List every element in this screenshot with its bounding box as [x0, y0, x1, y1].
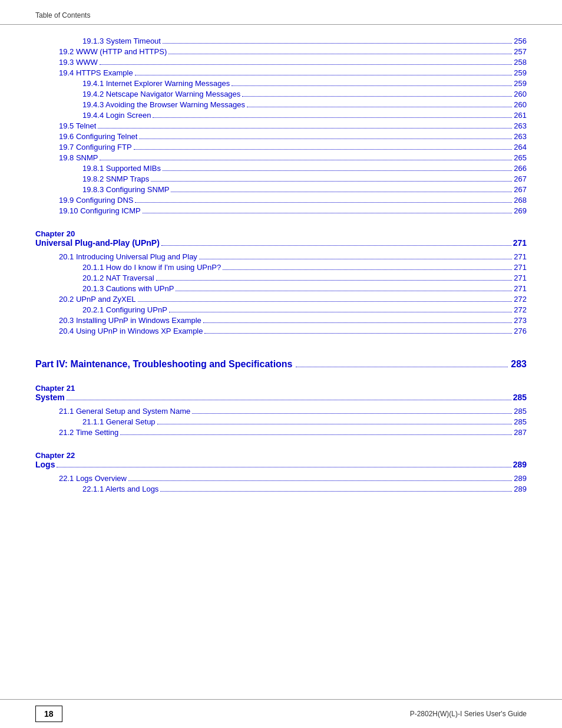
toc-entry-dots — [163, 43, 512, 44]
toc-entry: 20.1.3 Cautions with UPnP271 — [35, 284, 527, 293]
toc-entry-dots — [100, 64, 513, 65]
toc-entry-label: 21.2 Time Setting — [59, 428, 118, 437]
toc-entry: 21.1.1 General Setup285 — [35, 417, 527, 426]
toc-entry: 20.1.1 How do I know if I'm using UPnP?2… — [35, 263, 527, 272]
toc-entry-label: 21.1.1 General Setup — [82, 417, 156, 426]
toc-entry-dots — [176, 291, 512, 291]
toc-entry-label: 19.3 WWW — [59, 58, 98, 67]
page-wrapper: Table of Contents 19.1.3 System Timeout2… — [0, 0, 562, 728]
chapter22-title-entry: Logs 289 — [35, 460, 527, 469]
toc-entry: 19.1.3 System Timeout256 — [35, 37, 527, 45]
toc-entry: 19.4.3 Avoiding the Browser Warning Mess… — [35, 100, 527, 109]
toc-entry-dots — [143, 213, 513, 213]
toc-entry: 19.4 HTTPS Example259 — [35, 68, 527, 77]
toc-entry: 19.9 Configuring DNS268 — [35, 196, 527, 205]
part4-page: 283 — [511, 359, 527, 370]
toc-entry-page: 258 — [514, 58, 527, 67]
toc-entry-label: 19.8 SNMP — [59, 153, 98, 162]
toc-entry-dots — [171, 192, 512, 192]
toc-entry: 19.10 Configuring ICMP269 — [35, 206, 527, 215]
toc-entry-page: 271 — [514, 284, 527, 293]
toc-entry-page: 289 — [514, 474, 527, 483]
chapter21-title-entry: System 285 — [35, 393, 527, 402]
part4-title-entry: Part IV: Maintenance, Troubleshooting an… — [35, 359, 527, 370]
footer-title: P-2802H(W)(L)-I Series User's Guide — [62, 710, 527, 718]
toc-entry: 20.4 Using UPnP in Windows XP Example276 — [35, 327, 527, 335]
toc-entry-page: 259 — [514, 79, 527, 88]
chapter21-entries: 21.1 General Setup and System Name28521.… — [35, 407, 527, 437]
toc-entry: 19.3 WWW258 — [35, 58, 527, 67]
toc-entry: 20.2.1 Configuring UPnP272 — [35, 305, 527, 314]
toc-entry-label: 20.1.1 How do I know if I'm using UPnP? — [82, 263, 221, 272]
toc-entry-page: 273 — [514, 316, 527, 325]
toc-entry-dots — [223, 269, 512, 270]
toc-entry-page: 257 — [514, 47, 527, 56]
toc-entry-page: 285 — [514, 407, 527, 416]
toc-entry: 21.1 General Setup and System Name285 — [35, 407, 527, 416]
toc-entry-page: 269 — [514, 206, 527, 215]
footer-page-number: 18 — [35, 706, 62, 722]
toc-entry-page: 259 — [514, 68, 527, 77]
toc-entry-page: 287 — [514, 428, 527, 437]
toc-entry-dots — [128, 480, 512, 481]
toc-entry-label: 19.4.3 Avoiding the Browser Warning Mess… — [82, 100, 245, 109]
toc-entry-label: 19.6 Configuring Telnet — [59, 132, 137, 141]
chapter21-page: 285 — [513, 393, 527, 402]
toc-entry-label: 20.1.3 Cautions with UPnP — [82, 284, 174, 293]
chapter19-entries: 19.1.3 System Timeout25619.2 WWW (HTTP a… — [35, 37, 527, 215]
chapter20-entries: 20.1 Introducing Universal Plug and Play… — [35, 252, 527, 335]
toc-entry: 20.2 UPnP and ZyXEL272 — [35, 295, 527, 304]
toc-entry-page: 267 — [514, 174, 527, 183]
toc-entry-dots — [151, 181, 512, 182]
toc-entry-page: 261 — [514, 111, 527, 120]
toc-entry-label: 20.1 Introducing Universal Plug and Play — [59, 252, 197, 261]
toc-entry: 19.4.4 Login Screen261 — [35, 111, 527, 120]
header-text: Table of Contents — [35, 11, 90, 19]
toc-entry: 20.3 Installing UPnP in Windows Example2… — [35, 316, 527, 325]
toc-entry-label: 22.1 Logs Overview — [59, 474, 127, 483]
toc-entry-page: 285 — [514, 417, 527, 426]
toc-entry-dots — [199, 259, 512, 259]
toc-content: 19.1.3 System Timeout25619.2 WWW (HTTP a… — [0, 31, 562, 542]
toc-entry-page: 272 — [514, 305, 527, 314]
chapter22-heading: Chapter 22 Logs 289 — [35, 451, 527, 469]
toc-entry-dots — [169, 312, 512, 312]
chapter22-page: 289 — [513, 460, 527, 469]
toc-entry-page: 267 — [514, 185, 527, 194]
toc-entry-label: 19.7 Configuring FTP — [59, 143, 132, 151]
toc-entry-page: 289 — [514, 485, 527, 493]
chapter22-dots — [57, 467, 511, 467]
toc-entry-label: 20.2.1 Configuring UPnP — [82, 305, 167, 314]
toc-entry-page: 260 — [514, 100, 527, 109]
toc-entry-dots — [153, 117, 512, 118]
toc-entry-page: 256 — [514, 37, 527, 45]
toc-entry-dots — [203, 322, 512, 323]
toc-entry-dots — [134, 149, 513, 150]
chapter22-entries: 22.1 Logs Overview28922.1.1 Alerts and L… — [35, 474, 527, 493]
toc-entry-label: 19.2 WWW (HTTP and HTTPS) — [59, 47, 167, 56]
toc-entry-label: 19.8.2 SNMP Traps — [82, 174, 149, 183]
toc-entry-label: 20.1.2 NAT Traversal — [82, 274, 154, 282]
toc-entry-dots — [98, 128, 512, 129]
toc-entry-page: 271 — [514, 252, 527, 261]
chapter21-title: System — [35, 393, 65, 402]
toc-entry-dots — [204, 333, 512, 334]
toc-entry: 19.5 Telnet263 — [35, 121, 527, 130]
toc-entry: 19.8.2 SNMP Traps267 — [35, 174, 527, 183]
toc-entry-dots — [157, 424, 513, 424]
toc-entry-dots — [247, 107, 512, 107]
part4-heading: Part IV: Maintenance, Troubleshooting an… — [35, 359, 527, 370]
toc-entry-label: 20.3 Installing UPnP in Windows Example — [59, 316, 201, 325]
toc-entry-page: 272 — [514, 295, 527, 304]
toc-entry-label: 19.8.3 Configuring SNMP — [82, 185, 169, 194]
chapter21-heading: Chapter 21 System 285 — [35, 384, 527, 402]
toc-entry-dots — [139, 139, 512, 139]
toc-entry-label: 19.1.3 System Timeout — [82, 37, 161, 45]
toc-entry-dots — [135, 75, 513, 75]
toc-entry-dots — [138, 301, 513, 302]
chapter20-title-entry: Universal Plug-and-Play (UPnP) 271 — [35, 238, 527, 248]
toc-entry-dots — [232, 85, 512, 86]
toc-entry-dots — [192, 413, 512, 414]
toc-entry: 19.8.3 Configuring SNMP267 — [35, 185, 527, 194]
toc-entry: 21.2 Time Setting287 — [35, 428, 527, 437]
